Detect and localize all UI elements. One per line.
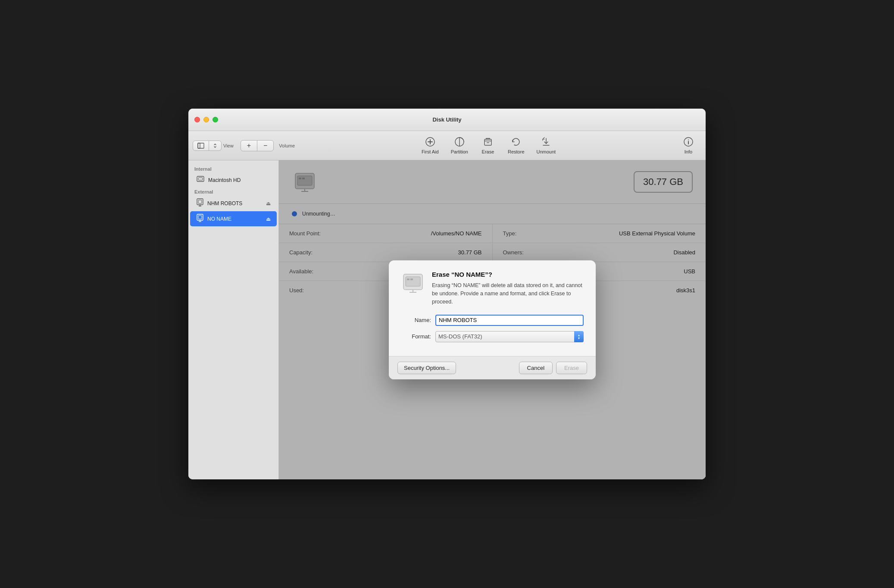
svg-rect-30 bbox=[406, 277, 420, 286]
titlebar: Disk Utility bbox=[188, 109, 706, 131]
view-toggle-group bbox=[193, 141, 222, 151]
nhm-robots-icon bbox=[196, 198, 204, 209]
modal-text-block: Erase “NO NAME”? Erasing “NO NAME” will … bbox=[432, 271, 584, 306]
window-title: Disk Utility bbox=[432, 116, 461, 123]
sidebar-item-no-name[interactable]: NO NAME ⏏ bbox=[190, 211, 277, 226]
toolbar: View + − Volume First Aid bbox=[188, 131, 706, 160]
format-select[interactable]: MS-DOS (FAT32) ExFAT Mac OS Extended (Jo… bbox=[435, 331, 584, 342]
modal-footer: Security Options... Cancel Erase bbox=[389, 356, 596, 379]
add-remove-group: + − bbox=[241, 140, 274, 151]
unmount-tool[interactable]: Unmount bbox=[531, 135, 561, 156]
modal-header: Erase “NO NAME”? Erasing “NO NAME” will … bbox=[401, 271, 584, 306]
erase-modal: Erase “NO NAME”? Erasing “NO NAME” will … bbox=[389, 260, 596, 379]
nhm-robots-eject-icon[interactable]: ⏏ bbox=[266, 200, 271, 206]
view-sidebar-button[interactable] bbox=[193, 141, 209, 150]
svg-rect-33 bbox=[407, 278, 409, 280]
main-content: Internal Macintosh HD External bbox=[188, 160, 706, 479]
modal-form: Name: Format: MS-DOS (FAT32) ExFAT Mac O… bbox=[401, 315, 584, 342]
erase-icon bbox=[483, 137, 493, 148]
view-group: View bbox=[193, 141, 234, 151]
modal-overlay: Erase “NO NAME”? Erasing “NO NAME” will … bbox=[279, 160, 706, 479]
sidebar: Internal Macintosh HD External bbox=[188, 160, 279, 479]
maximize-button[interactable] bbox=[213, 117, 218, 122]
disk-utility-window: Disk Utility View + − Volume bbox=[188, 109, 706, 479]
info-icon bbox=[683, 137, 694, 148]
erase-button[interactable]: Erase bbox=[556, 362, 587, 374]
partition-icon bbox=[454, 137, 465, 148]
svg-rect-19 bbox=[197, 214, 203, 220]
first-aid-label: First Aid bbox=[422, 149, 439, 154]
erase-label: Erase bbox=[482, 149, 494, 154]
sidebar-item-nhm-robots[interactable]: NHM ROBOTS ⏏ bbox=[190, 196, 277, 211]
external-section-label: External bbox=[188, 188, 278, 195]
view-label: View bbox=[223, 143, 234, 148]
svg-rect-16 bbox=[198, 200, 202, 203]
macintosh-hd-icon bbox=[196, 175, 205, 185]
info-tool[interactable]: Info bbox=[675, 135, 701, 156]
svg-rect-0 bbox=[198, 143, 200, 148]
sidebar-item-nhm-robots-label: NHM ROBOTS bbox=[207, 200, 263, 206]
close-button[interactable] bbox=[194, 117, 200, 122]
add-volume-button[interactable]: + bbox=[241, 141, 257, 151]
svg-point-12 bbox=[688, 140, 689, 141]
content-area: 30.77 GB Unmounting… Mount Point: /Volum… bbox=[279, 160, 706, 479]
sidebar-item-no-name-label: NO NAME bbox=[207, 216, 263, 222]
restore-tool[interactable]: Restore bbox=[503, 135, 530, 156]
first-aid-icon bbox=[425, 137, 435, 148]
restore-label: Restore bbox=[508, 149, 525, 154]
form-row-name: Name: bbox=[401, 315, 584, 326]
name-label: Name: bbox=[401, 317, 431, 323]
view-chevron-button[interactable] bbox=[209, 141, 221, 150]
no-name-icon bbox=[196, 213, 204, 224]
modal-description: Erasing “NO NAME” will delete all data s… bbox=[432, 281, 584, 306]
svg-rect-15 bbox=[197, 199, 203, 205]
unmount-icon bbox=[541, 137, 551, 148]
info-label: Info bbox=[685, 149, 692, 154]
volume-label: Volume bbox=[279, 143, 295, 148]
svg-rect-14 bbox=[198, 178, 203, 180]
first-aid-tool[interactable]: First Aid bbox=[416, 135, 444, 156]
minimize-button[interactable] bbox=[203, 117, 209, 122]
modal-body: Erase “NO NAME”? Erasing “NO NAME” will … bbox=[389, 260, 596, 356]
svg-rect-1 bbox=[198, 143, 204, 148]
erase-tool[interactable]: Erase bbox=[475, 135, 501, 156]
sidebar-item-macintosh-hd[interactable]: Macintosh HD bbox=[190, 173, 277, 187]
format-label: Format: bbox=[401, 333, 431, 340]
form-row-format: Format: MS-DOS (FAT32) ExFAT Mac OS Exte… bbox=[401, 331, 584, 342]
partition-label: Partition bbox=[451, 149, 468, 154]
traffic-lights bbox=[194, 117, 218, 122]
remove-volume-button[interactable]: − bbox=[257, 141, 273, 151]
svg-rect-13 bbox=[197, 176, 204, 181]
no-name-eject-icon[interactable]: ⏏ bbox=[266, 216, 271, 222]
security-options-button[interactable]: Security Options... bbox=[397, 362, 456, 374]
svg-rect-5 bbox=[485, 139, 491, 145]
cancel-button[interactable]: Cancel bbox=[519, 362, 553, 374]
name-input[interactable] bbox=[435, 315, 584, 326]
restore-icon bbox=[511, 137, 521, 148]
svg-rect-34 bbox=[410, 278, 413, 280]
modal-disk-icon bbox=[401, 271, 425, 295]
format-select-wrapper: MS-DOS (FAT32) ExFAT Mac OS Extended (Jo… bbox=[435, 331, 584, 342]
partition-tool[interactable]: Partition bbox=[446, 135, 473, 156]
modal-title: Erase “NO NAME”? bbox=[432, 271, 584, 278]
unmount-label: Unmount bbox=[537, 149, 556, 154]
svg-line-9 bbox=[543, 138, 544, 139]
internal-section-label: Internal bbox=[188, 165, 278, 172]
svg-rect-20 bbox=[198, 216, 202, 219]
sidebar-item-macintosh-hd-label: Macintosh HD bbox=[208, 177, 271, 183]
